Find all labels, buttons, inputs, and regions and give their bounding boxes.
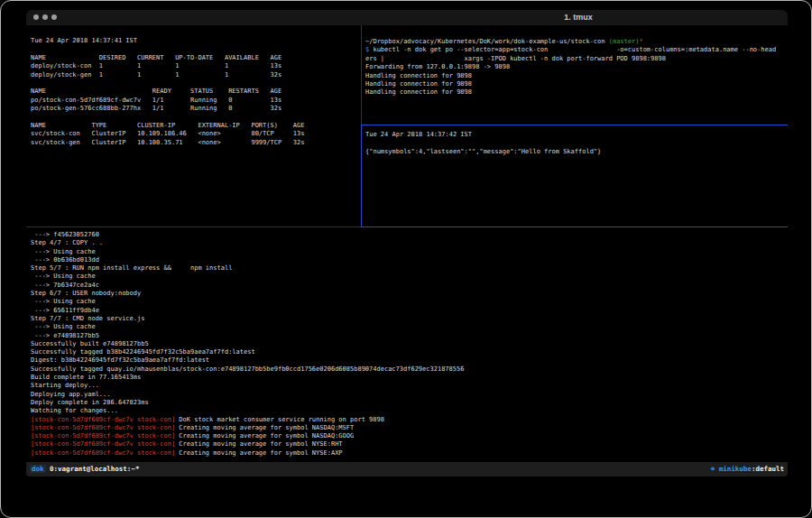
- terminal-line: deploy/stock-con 1 1 1 1 13s: [31, 62, 355, 70]
- terminal-line: {"numsymbols":4,"lastseen":"","message":…: [365, 148, 784, 156]
- terminal-line: NAME TYPE CLUSTER-IP EXTERNAL-IP PORT(S)…: [31, 122, 355, 130]
- terminal-line: Step 4/7 : COPY . .: [31, 239, 785, 247]
- terminal-line: ---> Using cache: [31, 323, 785, 331]
- terminal-line: ers | xargs -IPOD kubectl -n dok port-fo…: [365, 55, 784, 63]
- window-status-item[interactable]: 0:vagrant@localhost:~*: [46, 465, 140, 473]
- terminal-line: deploy/stock-gen 1 1 1 1 32s: [31, 71, 355, 79]
- terminal-line: Step 7/7 : CMD node service.js: [31, 315, 785, 323]
- terminal-line: po/stock-gen-576cc688bb-277hx 1/1 Runnin…: [31, 105, 355, 113]
- terminal-line: svc/stock-gen ClusterIP 10.100.35.71 <no…: [31, 139, 355, 147]
- terminal-window: 1. tmux Tue 24 Apr 2018 14:37:41 IST NAM…: [26, 10, 788, 476]
- terminal-line: ---> 65611ff9db4e: [31, 307, 785, 315]
- terminal-line: NAME READY STATUS RESTARTS AGE: [31, 88, 355, 96]
- pane-kubectl-watch[interactable]: Tue 24 Apr 2018 14:37:41 IST NAME DESIRE…: [31, 37, 355, 147]
- terminal-line: ---> Using cache: [31, 248, 785, 256]
- terminal-line: Build complete in 77.165413ms: [31, 374, 785, 382]
- terminal-line: $ kubectl -n dok get po --selector=app=s…: [365, 46, 784, 54]
- pane-divider-vertical-inactive[interactable]: [361, 25, 362, 125]
- pane-port-forward[interactable]: ~/Dropbox/advocacy/Kubernetes/DoK/work/d…: [365, 38, 784, 97]
- terminal-line: ---> Using cache: [31, 298, 785, 306]
- status-left: dok 0:vagrant@localhost:~*: [30, 462, 139, 476]
- terminal-line: Successfully tagged b38b42246945fd7f32c5…: [31, 348, 785, 356]
- screenshot-canvas: 1. tmux Tue 24 Apr 2018 14:37:41 IST NAM…: [0, 0, 812, 518]
- minimize-button-icon[interactable]: [42, 14, 48, 20]
- pane-divider-vertical-active[interactable]: [361, 125, 362, 227]
- terminal-line: Deploying app.yaml...: [31, 391, 785, 399]
- zoom-button-icon[interactable]: [51, 14, 57, 20]
- terminal-line: svc/stock-con ClusterIP 10.109.186.46 <n…: [31, 130, 355, 138]
- terminal-line: [31, 114, 355, 122]
- terminal-line: Handling connection for 9898: [365, 88, 784, 97]
- terminal-line: [stock-con-5d7df689cf-dwc7v stock-con] C…: [31, 449, 785, 458]
- close-button-icon[interactable]: [33, 14, 39, 20]
- terminal-line: ---> e74898127bb5: [31, 332, 785, 340]
- pane-skaffold-log[interactable]: ---> f45623052760Step 4/7 : COPY . . ---…: [31, 231, 785, 458]
- terminal-line: ---> f45623052760: [31, 231, 785, 239]
- window-title: 1. tmux: [564, 13, 593, 22]
- pane-divider-horizontal-inactive[interactable]: [26, 227, 361, 227]
- traffic-lights: [33, 14, 57, 20]
- terminal-line: [stock-con-5d7df689cf-dwc7v stock-con] D…: [31, 416, 785, 424]
- terminal-line: [stock-con-5d7df689cf-dwc7v stock-con] C…: [31, 432, 785, 440]
- terminal-line: po/stock-con-5d7df689cf-dwc7v 1/1 Runnin…: [31, 97, 355, 105]
- window-titlebar: 1. tmux: [26, 10, 788, 26]
- terminal-line: [365, 139, 784, 147]
- terminal-line: Deploy complete in 286.647823ms: [31, 399, 785, 407]
- terminal-line: Starting deploy...: [31, 382, 785, 390]
- terminal-line: [31, 79, 355, 88]
- terminal-line: ---> 7b6347ce2a4c: [31, 282, 785, 290]
- kube-namespace: :default: [752, 465, 784, 473]
- tmux-status-bar: dok 0:vagrant@localhost:~* ☸ minikube:de…: [26, 462, 788, 476]
- terminal-line: Tue 24 Apr 2018 14:37:41 IST: [31, 37, 355, 45]
- terminal-line: Step 5/7 : RUN npm install express && np…: [31, 264, 785, 273]
- pane-divider-horizontal-active-bottom[interactable]: [361, 227, 788, 227]
- kube-context-name: minikube: [715, 465, 752, 473]
- kube-context-indicator: ☸ minikube:default: [711, 462, 784, 476]
- terminal-line: [stock-con-5d7df689cf-dwc7v stock-con] C…: [31, 424, 785, 432]
- terminal-line: [31, 45, 355, 53]
- terminal-line: Tue 24 Apr 2018 14:37:42 IST: [365, 131, 784, 139]
- terminal-line: Step 6/7 : USER nobody:nobody: [31, 290, 785, 298]
- terminal-line: Successfully tagged quay.io/mhausenblas/…: [31, 365, 785, 374]
- session-name-badge[interactable]: dok: [30, 465, 46, 473]
- terminal-line: Forwarding from 127.0.0.1:9898 -> 9898: [365, 63, 784, 71]
- terminal-line: ---> Using cache: [31, 273, 785, 281]
- terminal-line: Handling connection for 9898: [365, 80, 784, 88]
- terminal-line: Watching for changes...: [31, 407, 785, 415]
- terminal-line: ---> 0b636bd013dd: [31, 256, 785, 264]
- pane-service-response[interactable]: Tue 24 Apr 2018 14:37:42 IST {"numsymbol…: [365, 131, 784, 156]
- terminal-line: [stock-con-5d7df689cf-dwc7v stock-con] C…: [31, 440, 785, 449]
- terminal-line: NAME DESIRED CURRENT UP-TO-DATE AVAILABL…: [31, 54, 355, 62]
- terminal-line: ~/Dropbox/advocacy/Kubernetes/DoK/work/d…: [365, 38, 784, 46]
- pane-divider-horizontal-active-top[interactable]: [361, 125, 788, 125]
- terminal-line: Successfully built e74898127bb5: [31, 340, 785, 348]
- terminal-line: Handling connection for 9898: [365, 72, 784, 80]
- terminal-line: Digest: b38b42246945fd7f32c5ba9aea7af7fd…: [31, 356, 785, 365]
